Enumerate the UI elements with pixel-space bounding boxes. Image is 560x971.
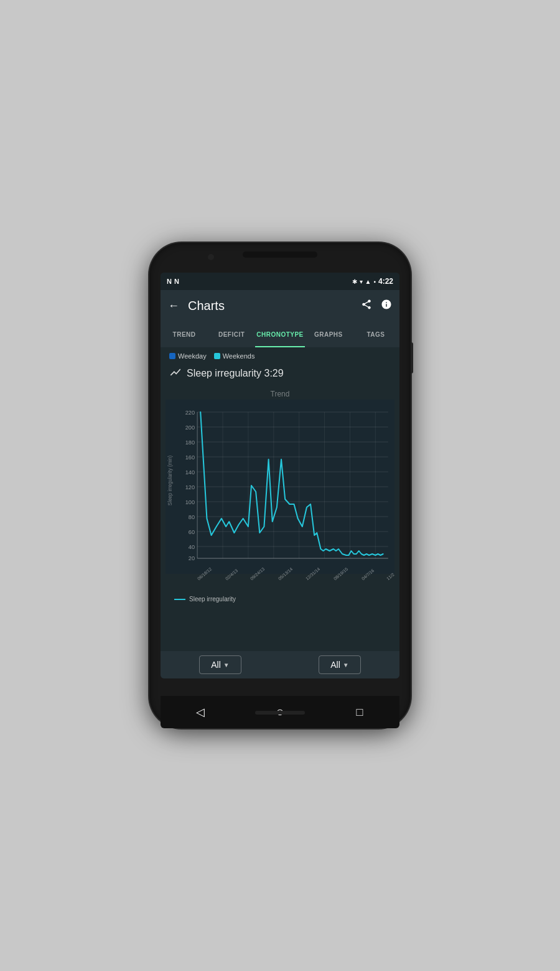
svg-text:220: 220 (185, 410, 195, 416)
wifi-icon: ▾ (360, 278, 363, 285)
phone-device: N N ✱ ▾ ▲ ▪ 4:22 ← Charts (149, 243, 411, 728)
svg-text:20: 20 (189, 555, 195, 561)
legend-weekends: Weekends (214, 352, 255, 360)
info-button[interactable] (381, 299, 392, 312)
phone-speaker (255, 711, 305, 715)
sleep-irregularity-value: Sleep irregularity 3:29 (187, 368, 284, 379)
toolbar: ← Charts (161, 290, 399, 321)
svg-text:Sleep irregularity (min): Sleep irregularity (min) (167, 456, 173, 506)
irregularity-icon (169, 366, 182, 381)
share-button[interactable] (361, 299, 372, 312)
svg-text:200: 200 (185, 425, 195, 431)
nav-back-button[interactable]: ◁ (190, 702, 210, 722)
status-icons-right: ✱ ▾ ▲ ▪ 4:22 (352, 277, 393, 286)
status-time: 4:22 (378, 277, 393, 286)
svg-text:100: 100 (185, 499, 195, 505)
sleep-irregularity-header: Sleep irregularity 3:29 (161, 362, 399, 387)
filter-arrow-1: ▼ (223, 662, 230, 668)
weekends-dot (214, 353, 220, 359)
status-icons-left: N N (167, 278, 179, 285)
tab-graphs[interactable]: GRAPHS (305, 321, 352, 347)
legend-line-indicator (174, 599, 185, 600)
svg-text:180: 180 (185, 439, 195, 446)
chart-container[interactable]: 220 200 180 160 140 120 100 80 60 40 20 … (166, 400, 394, 576)
status-bar: N N ✱ ▾ ▲ ▪ 4:22 (161, 273, 399, 290)
notification-icon-1: N (167, 278, 172, 285)
tabs-bar: TREND DEFICIT CHRONOTYPE GRAPHS TAGS (161, 321, 399, 347)
bottom-filters: All ▼ All ▼ (161, 651, 399, 678)
svg-text:60: 60 (189, 529, 195, 535)
tab-trend[interactable]: TREND (161, 321, 208, 347)
svg-text:40: 40 (189, 544, 195, 550)
trend-chart: 220 200 180 160 140 120 100 80 60 40 20 … (166, 400, 394, 574)
filter-button-2[interactable]: All ▼ (319, 655, 360, 674)
back-button[interactable]: ← (168, 299, 179, 312)
svg-text:140: 140 (185, 469, 195, 476)
filter-button-1[interactable]: All ▼ (199, 655, 241, 674)
legend-line-label: Sleep irregularity (189, 596, 236, 603)
battery-icon: ▪ (373, 278, 376, 285)
tab-chronotype[interactable]: CHRONOTYPE (255, 321, 305, 347)
svg-text:80: 80 (189, 514, 195, 520)
legend-weekday: Weekday (169, 352, 207, 360)
tab-tags[interactable]: TAGS (352, 321, 399, 347)
chart-legend-bottom: Sleep irregularity (166, 593, 394, 605)
chart-content: Weekday Weekends Sleep irregularity 3:29… (161, 347, 399, 678)
filter-arrow-2: ▼ (343, 662, 349, 668)
toolbar-actions (361, 299, 392, 312)
phone-screen: N N ✱ ▾ ▲ ▪ 4:22 ← Charts (161, 273, 399, 678)
notification-icon-2: N (174, 278, 179, 285)
chart-area: Trend (161, 387, 399, 651)
svg-text:160: 160 (185, 454, 195, 461)
nav-recent-button[interactable]: □ (350, 702, 370, 722)
signal-icon: ▲ (365, 278, 371, 285)
chart-title: Trend (166, 390, 394, 398)
weekday-dot (169, 353, 175, 359)
bluetooth-icon: ✱ (352, 278, 357, 285)
svg-text:120: 120 (185, 484, 195, 490)
page-title: Charts (188, 299, 361, 313)
chart-legend: Weekday Weekends (161, 347, 399, 362)
volume-button (411, 342, 413, 373)
tab-deficit[interactable]: DEFICIT (208, 321, 255, 347)
